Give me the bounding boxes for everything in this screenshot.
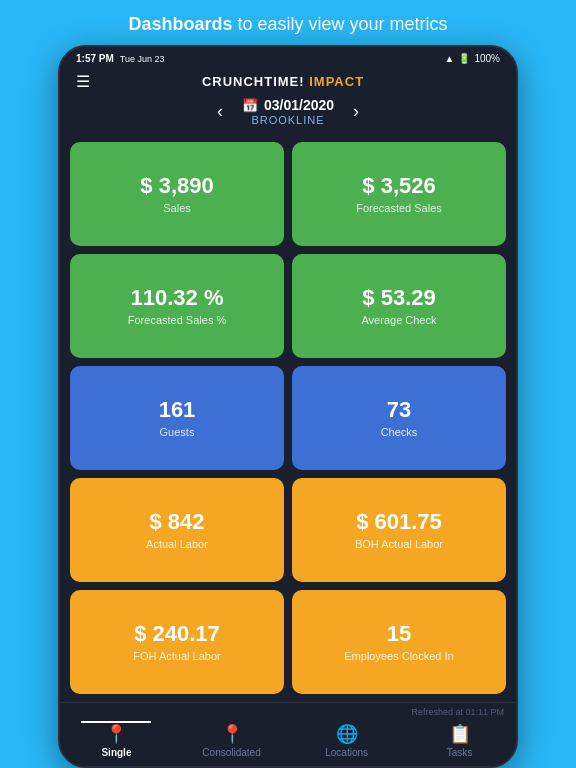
consolidated-tab-label: Consolidated <box>202 747 260 758</box>
metric-label-1: Forecasted Sales <box>356 202 442 214</box>
metric-card-1[interactable]: $ 3,526Forecasted Sales <box>292 142 506 246</box>
metric-label-8: FOH Actual Labor <box>133 650 220 662</box>
prev-arrow[interactable]: ‹ <box>210 101 230 122</box>
metric-card-0[interactable]: $ 3,890Sales <box>70 142 284 246</box>
locations-tab-icon: 🌐 <box>336 723 358 745</box>
logo-accent: IMPACT <box>305 74 364 89</box>
metric-label-7: BOH Actual Labor <box>355 538 443 550</box>
consolidated-tab-icon: 📍 <box>221 723 243 745</box>
metric-card-8[interactable]: $ 240.17FOH Actual Labor <box>70 590 284 694</box>
tab-tasks[interactable]: 📋Tasks <box>425 721 495 760</box>
metric-label-5: Checks <box>381 426 418 438</box>
metric-label-2: Forecasted Sales % <box>128 314 226 326</box>
metric-value-7: $ 601.75 <box>356 510 442 534</box>
metric-card-9[interactable]: 15Employees Clocked In <box>292 590 506 694</box>
metric-card-6[interactable]: $ 842Actual Labor <box>70 478 284 582</box>
battery-icon: 🔋 <box>458 53 470 64</box>
menu-icon[interactable]: ☰ <box>76 72 90 91</box>
metric-card-5[interactable]: 73Checks <box>292 366 506 470</box>
dashboard-grid: $ 3,890Sales$ 3,526Forecasted Sales110.3… <box>60 134 516 702</box>
status-bar: 1:57 PM Tue Jun 23 ▲ 🔋 100% <box>60 47 516 68</box>
metric-value-1: $ 3,526 <box>362 174 435 198</box>
logo: CRUNCHTIME! IMPACT <box>202 74 364 89</box>
next-arrow[interactable]: › <box>346 101 366 122</box>
tab-consolidated[interactable]: 📍Consolidated <box>194 721 268 760</box>
tab-single[interactable]: 📍Single <box>81 721 151 760</box>
status-date: Tue Jun 23 <box>120 54 165 64</box>
tab-locations[interactable]: 🌐Locations <box>312 721 382 760</box>
header-top: ☰ CRUNCHTIME! IMPACT <box>76 72 500 91</box>
metric-card-7[interactable]: $ 601.75BOH Actual Labor <box>292 478 506 582</box>
metric-value-5: 73 <box>387 398 411 422</box>
single-tab-icon: 📍 <box>105 723 127 745</box>
metric-value-2: 110.32 % <box>131 286 224 310</box>
metric-label-6: Actual Labor <box>146 538 208 550</box>
wifi-icon: ▲ <box>445 53 455 64</box>
metric-label-4: Guests <box>160 426 195 438</box>
status-time: 1:57 PM <box>76 53 114 64</box>
metric-label-0: Sales <box>163 202 191 214</box>
banner-normal: to easily view your metrics <box>232 14 447 34</box>
date-row: 📅 03/01/2020 <box>242 97 334 113</box>
metric-value-6: $ 842 <box>149 510 204 534</box>
current-date: 03/01/2020 <box>264 97 334 113</box>
metric-card-4[interactable]: 161Guests <box>70 366 284 470</box>
status-icons: ▲ 🔋 100% <box>445 53 500 64</box>
tab-bar: 📍Single📍Consolidated🌐Locations📋Tasks <box>60 721 516 760</box>
logo-text: CRUNCHTIME! IMPACT <box>202 74 364 89</box>
banner-bold: Dashboards <box>128 14 232 34</box>
locations-tab-label: Locations <box>325 747 368 758</box>
bottom-bar: Refreshed at 01:11 PM 📍Single📍Consolidat… <box>60 702 516 766</box>
metric-value-0: $ 3,890 <box>140 174 213 198</box>
metric-value-4: 161 <box>159 398 196 422</box>
app-header: ☰ CRUNCHTIME! IMPACT ‹ 📅 03/01/2020 BROO… <box>60 68 516 134</box>
top-banner: Dashboards to easily view your metrics <box>0 0 576 45</box>
metric-label-3: Average Check <box>361 314 436 326</box>
metric-value-9: 15 <box>387 622 411 646</box>
refresh-text: Refreshed at 01:11 PM <box>60 707 516 721</box>
calendar-icon: 📅 <box>242 98 258 113</box>
date-nav: ‹ 📅 03/01/2020 BROOKLINE › <box>210 97 366 126</box>
tasks-tab-icon: 📋 <box>449 723 471 745</box>
metric-label-9: Employees Clocked In <box>344 650 453 662</box>
metric-value-8: $ 240.17 <box>134 622 220 646</box>
date-display: 📅 03/01/2020 BROOKLINE <box>242 97 334 126</box>
metric-value-3: $ 53.29 <box>362 286 435 310</box>
location-name: BROOKLINE <box>251 114 324 126</box>
battery-percent: 100% <box>474 53 500 64</box>
device-wrapper: 1:57 PM Tue Jun 23 ▲ 🔋 100% ☰ CRUNCHTIME… <box>58 45 518 768</box>
metric-card-3[interactable]: $ 53.29Average Check <box>292 254 506 358</box>
tasks-tab-label: Tasks <box>447 747 473 758</box>
single-tab-label: Single <box>101 747 131 758</box>
metric-card-2[interactable]: 110.32 %Forecasted Sales % <box>70 254 284 358</box>
